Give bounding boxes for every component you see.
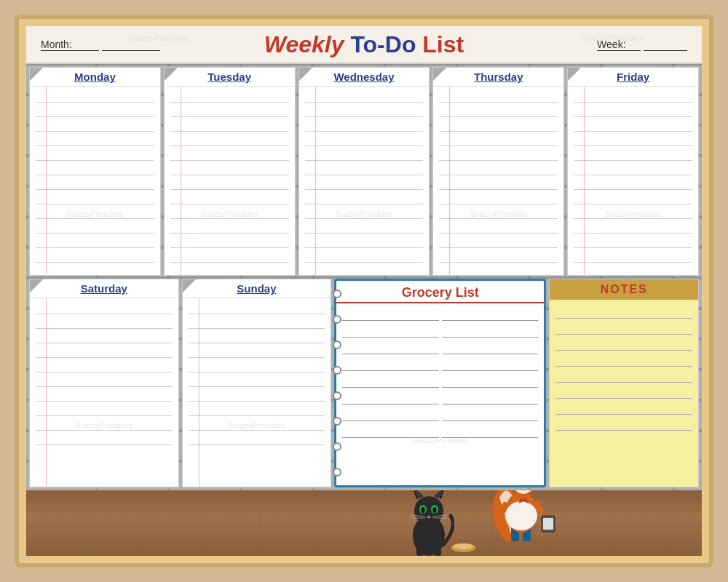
grocery-line[interactable] bbox=[342, 323, 439, 338]
week-label: Week: bbox=[597, 39, 641, 51]
svg-point-10 bbox=[422, 507, 425, 513]
page-title: Weekly To-Do List bbox=[264, 31, 464, 58]
food-bowl bbox=[451, 539, 476, 552]
floor-area bbox=[26, 490, 702, 556]
day-card-friday: Friday SnazzyPrintables bbox=[567, 67, 699, 276]
grocery-binding bbox=[332, 281, 342, 485]
sunday-header: Sunday bbox=[183, 279, 331, 298]
wednesday-lines[interactable]: SnazzyPrintables bbox=[299, 87, 430, 275]
wednesday-header: Wednesday bbox=[299, 68, 430, 87]
notes-line[interactable] bbox=[555, 399, 692, 415]
binding-ring bbox=[333, 391, 341, 400]
outer-frame: Month: Weekly To-Do List Week: SnazzyPri… bbox=[15, 15, 713, 567]
svg-rect-17 bbox=[416, 547, 424, 556]
week-value[interactable] bbox=[644, 39, 687, 51]
top-row: Monday SnazzyPrintables Tuesday SnazzyPr… bbox=[29, 67, 699, 276]
notes-line[interactable] bbox=[555, 415, 692, 431]
day-card-saturday: Saturday SnazzyPrintables bbox=[29, 279, 179, 487]
grocery-line[interactable] bbox=[342, 423, 439, 438]
day-card-monday: Monday SnazzyPrintables bbox=[29, 67, 161, 276]
svg-point-3 bbox=[414, 496, 443, 525]
svg-point-1 bbox=[454, 543, 474, 549]
bottom-row: Saturday SnazzyPrintables Sunday Sna bbox=[29, 279, 699, 487]
month-field: Month: bbox=[41, 39, 160, 51]
notes-line[interactable] bbox=[555, 319, 692, 335]
cat-character bbox=[403, 490, 454, 556]
grocery-line[interactable] bbox=[342, 407, 439, 421]
thursday-lines[interactable]: SnazzyPrintables bbox=[433, 87, 563, 275]
notes-line[interactable] bbox=[555, 303, 692, 319]
grocery-line[interactable] bbox=[442, 340, 539, 354]
day-card-thursday: Thursday SnazzyPrintables bbox=[432, 67, 564, 276]
grocery-line[interactable] bbox=[342, 306, 439, 321]
grocery-title: Grocery List bbox=[336, 281, 544, 303]
grocery-line[interactable] bbox=[442, 323, 539, 338]
notes-line[interactable] bbox=[555, 351, 692, 367]
grocery-line[interactable] bbox=[442, 373, 539, 388]
notes-line[interactable] bbox=[555, 335, 692, 351]
day-card-tuesday: Tuesday SnazzyPrintables bbox=[164, 67, 296, 276]
grocery-line[interactable] bbox=[342, 373, 439, 388]
title-weekly: Weekly bbox=[264, 31, 344, 57]
main-area: Monday SnazzyPrintables Tuesday SnazzyPr… bbox=[26, 64, 702, 490]
svg-rect-18 bbox=[434, 547, 441, 556]
grocery-line[interactable] bbox=[442, 407, 539, 421]
svg-rect-37 bbox=[543, 518, 553, 530]
notes-line[interactable] bbox=[555, 367, 692, 383]
friday-lines[interactable]: SnazzyPrintables bbox=[568, 87, 698, 275]
week-field: Week: bbox=[597, 39, 687, 51]
saturday-header: Saturday bbox=[30, 279, 178, 298]
grocery-line[interactable] bbox=[442, 356, 539, 371]
tuesday-header: Tuesday bbox=[165, 68, 295, 87]
saturday-lines[interactable]: SnazzyPrintables bbox=[30, 298, 178, 487]
binding-ring bbox=[333, 340, 341, 349]
title-list: List bbox=[416, 31, 464, 57]
binding-ring bbox=[333, 442, 341, 451]
tuesday-lines[interactable]: SnazzyPrintables bbox=[165, 87, 295, 275]
grocery-line[interactable] bbox=[442, 423, 539, 438]
svg-point-11 bbox=[433, 507, 437, 513]
fox-character bbox=[491, 490, 556, 556]
grocery-panel: Grocery List bbox=[334, 279, 546, 487]
grocery-line[interactable] bbox=[342, 390, 439, 404]
day-card-wednesday: Wednesday SnazzyPrintables bbox=[298, 67, 430, 276]
grocery-line[interactable] bbox=[342, 340, 439, 354]
notes-panel: NOTES bbox=[549, 279, 699, 487]
header: Month: Weekly To-Do List Week: SnazzyPri… bbox=[26, 26, 702, 64]
grocery-line[interactable] bbox=[442, 390, 539, 404]
title-todo: To-Do bbox=[344, 31, 416, 57]
month-value[interactable] bbox=[102, 39, 160, 51]
thursday-header: Thursday bbox=[433, 68, 563, 87]
grocery-col-right[interactable] bbox=[442, 306, 539, 482]
sunday-lines[interactable]: SnazzyPrintables bbox=[183, 298, 331, 487]
month-label: Month: bbox=[41, 39, 99, 51]
grocery-line[interactable] bbox=[442, 306, 539, 321]
binding-ring bbox=[333, 417, 341, 426]
grocery-col-left[interactable] bbox=[342, 306, 439, 482]
grocery-content[interactable] bbox=[336, 303, 544, 485]
notes-line[interactable] bbox=[555, 383, 692, 399]
monday-header: Monday bbox=[30, 68, 160, 87]
binding-ring bbox=[333, 468, 341, 477]
notes-title: NOTES bbox=[550, 279, 698, 300]
day-card-sunday: Sunday SnazzyPrintables bbox=[182, 279, 332, 487]
svg-point-22 bbox=[505, 501, 537, 530]
friday-header: Friday bbox=[568, 68, 698, 87]
grocery-line[interactable] bbox=[342, 356, 439, 371]
binding-ring bbox=[333, 315, 341, 324]
monday-lines[interactable]: SnazzyPrintables bbox=[30, 87, 160, 275]
binding-ring bbox=[333, 290, 341, 298]
notes-lines[interactable] bbox=[550, 300, 698, 487]
binding-ring bbox=[333, 366, 341, 375]
